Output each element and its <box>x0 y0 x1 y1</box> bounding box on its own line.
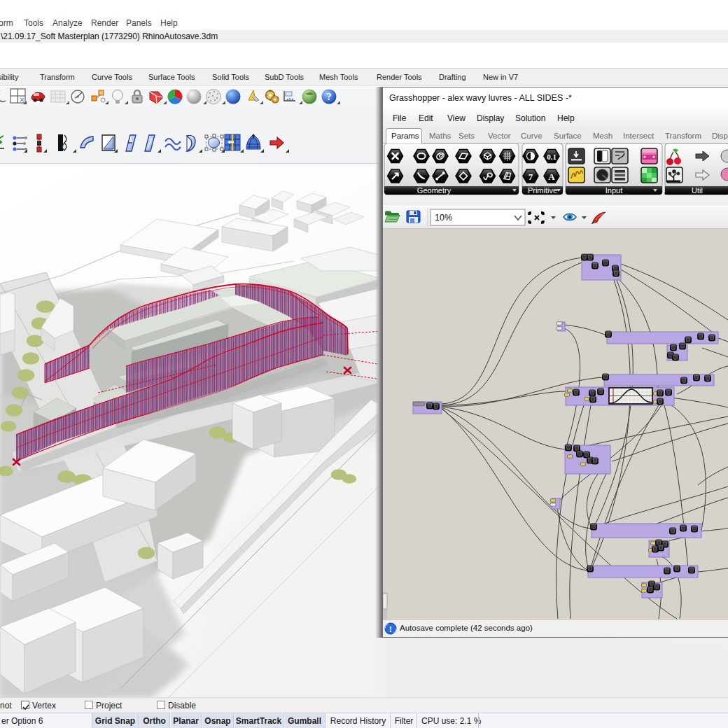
svg-text:Input: Input <box>606 186 622 195</box>
svg-text:Util: Util <box>692 186 703 195</box>
svg-text:Geometry: Geometry <box>417 186 451 195</box>
svg-text:7: 7 <box>528 172 533 182</box>
svg-text:!: ! <box>389 624 392 634</box>
svg-text:A: A <box>548 172 555 182</box>
svg-text:Primitive: Primitive <box>528 186 557 195</box>
svg-text:10%: 10% <box>435 213 452 223</box>
svg-text:0.1: 0.1 <box>547 153 556 161</box>
svg-text:?: ? <box>327 92 332 102</box>
